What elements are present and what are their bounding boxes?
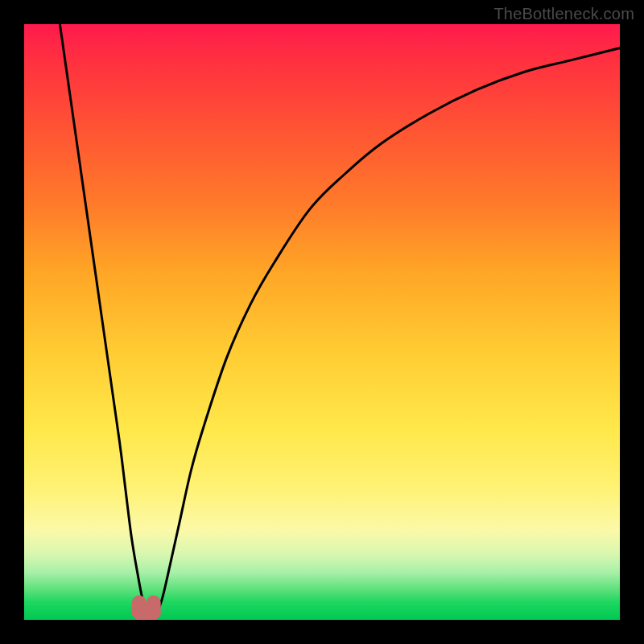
bottleneck-curve-path (60, 24, 620, 616)
watermark-text: TheBottleneck.com (493, 5, 634, 23)
chart-plot-area (24, 24, 620, 620)
optimal-marker (139, 603, 154, 617)
bottleneck-curve-svg (24, 24, 620, 620)
